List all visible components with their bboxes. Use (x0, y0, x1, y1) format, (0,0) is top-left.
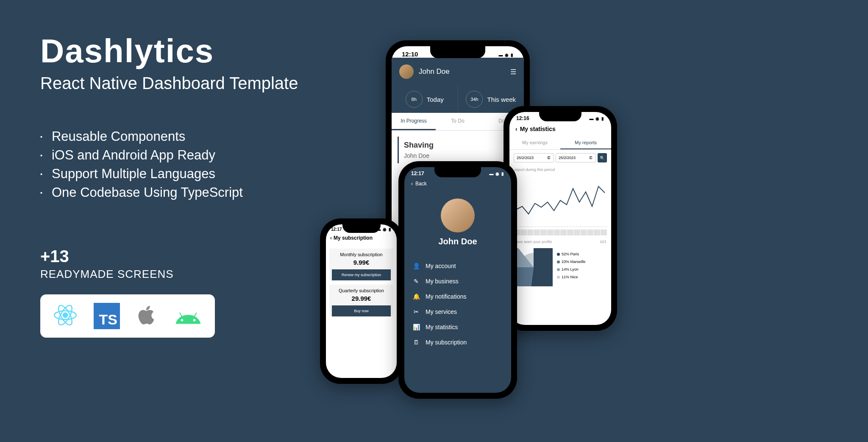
pie-legend: 52% Paris23% Marseille14% Lyon11% Nice (557, 252, 606, 283)
menu-item[interactable]: 🔔My notifications (413, 289, 503, 304)
page-title[interactable]: ‹My statistics (509, 121, 611, 137)
status-icons (498, 50, 514, 58)
feature-list: Reusable Components iOS and Android App … (40, 129, 298, 200)
page-title[interactable]: ‹My subscription (326, 232, 397, 244)
typescript-icon: TS (94, 303, 120, 329)
plan-price: 9.99€ (332, 259, 391, 266)
chevron-left-icon: ‹ (330, 235, 332, 241)
search-button[interactable]: 🔍 (598, 153, 607, 162)
status-icons (589, 115, 604, 121)
svg-point-0 (63, 313, 67, 317)
feature-item: One Codebase Using TypeScript (40, 185, 298, 200)
tab-reports[interactable]: My reports (560, 137, 611, 149)
menu-item[interactable]: 👤My account (413, 258, 503, 274)
menu-icon: 👤 (413, 263, 420, 269)
legend-item: 23% Marseille (557, 260, 606, 264)
menu-icon[interactable]: ☰ (510, 68, 516, 76)
tab-todo[interactable]: To Do (436, 113, 480, 130)
menu-item[interactable]: 🗓My subscription (413, 335, 503, 350)
stat-label: Today (427, 96, 444, 103)
date-from-input[interactable]: 25/2/2023🗓 (514, 153, 554, 162)
phone-statistics: 12:16 ‹My statistics My earnings My repo… (504, 106, 617, 331)
android-icon (173, 306, 203, 326)
menu-item[interactable]: ✂My services (413, 304, 503, 319)
react-icon (52, 302, 78, 330)
chevron-left-icon: ‹ (411, 181, 413, 187)
product-subtitle: React Native Dashboard Template (40, 74, 298, 93)
user-name: John Doe (419, 67, 450, 76)
status-time: 12:16 (516, 115, 529, 121)
chevron-left-icon: ‹ (515, 126, 517, 132)
plan-card: Quarterly subscription29.99€Buy now (329, 285, 393, 316)
profile-name: John Doe (404, 237, 511, 246)
back-button[interactable]: ‹Back (404, 176, 511, 191)
stat-label: This week (487, 96, 516, 103)
menu-icon: 📊 (413, 324, 420, 330)
avatar[interactable] (399, 64, 414, 79)
chart-label: report during this period (509, 166, 611, 173)
feature-item: Support Multiple Languages (40, 166, 298, 182)
plan-button[interactable]: Renew my subscription (332, 269, 391, 280)
pie-label: have seen your profile (515, 240, 552, 244)
bar-sparkline (509, 229, 611, 235)
menu-item[interactable]: 📊My statistics (413, 319, 503, 335)
stat-value: 34h (466, 91, 483, 108)
screens-count: +13 (40, 247, 298, 266)
legend-item: 14% Lyon (557, 267, 606, 271)
menu-icon: ✂ (413, 308, 420, 315)
feature-item: Reusable Components (40, 129, 298, 144)
plan-name: Quarterly subscription (332, 288, 391, 293)
task-title: Shaving (404, 141, 513, 150)
screens-label: READYMADE SCREENS (40, 268, 298, 281)
avatar[interactable] (441, 199, 475, 232)
tech-badges: TS (40, 294, 215, 338)
phone-profile: 12:17 ‹Back John Doe 👤My account✎My busi… (398, 161, 517, 399)
task-assignee: John Doe (404, 152, 513, 159)
legend-item: 52% Paris (557, 252, 606, 256)
calendar-icon: 🗓 (589, 156, 593, 160)
legend-item: 11% Nice (557, 275, 606, 279)
date-to-input[interactable]: 25/2/2023🗓 (556, 153, 596, 162)
tab-in-progress[interactable]: In Progress (392, 113, 436, 130)
feature-item: iOS and Android App Ready (40, 148, 298, 163)
pie-chart (515, 248, 553, 286)
task-card[interactable]: Shaving John Doe (398, 137, 518, 163)
menu-icon: 🗓 (413, 339, 420, 346)
status-icons (489, 171, 504, 176)
product-title: Dashlytics (40, 32, 298, 70)
status-time: 12:10 (402, 50, 418, 58)
menu-icon: 🔔 (413, 293, 420, 300)
line-chart (514, 176, 607, 227)
stat-today[interactable]: 8h Today (392, 86, 458, 113)
status-time: 12:17 (331, 227, 342, 232)
svg-point-7 (519, 253, 548, 282)
plan-card: Monthly subscription9.99€Renew my subscr… (329, 249, 393, 280)
plan-name: Monthly subscription (332, 252, 391, 257)
pie-total: 423 (600, 240, 606, 244)
apple-icon (135, 302, 158, 330)
stat-value: 8h (406, 91, 423, 108)
plan-button[interactable]: Buy now (332, 305, 391, 316)
status-time: 12:17 (411, 171, 424, 176)
menu-icon: ✎ (413, 278, 420, 285)
menu-item[interactable]: ✎My business (413, 274, 503, 289)
plan-price: 29.99€ (332, 295, 391, 302)
phone-subscription: 12:17 ‹My subscription Monthly subscript… (320, 218, 403, 384)
tab-earnings[interactable]: My earnings (509, 137, 560, 149)
calendar-icon: 🗓 (547, 156, 551, 160)
